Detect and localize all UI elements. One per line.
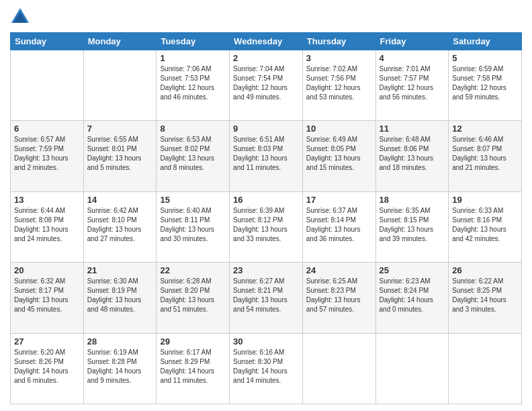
- day-number: 8: [160, 124, 226, 134]
- day-info: Sunrise: 6:57 AMSunset: 7:59 PMDaylight:…: [14, 135, 80, 173]
- day-cell: 18Sunrise: 6:35 AMSunset: 8:15 PMDayligh…: [375, 191, 449, 262]
- day-number: 18: [380, 195, 445, 205]
- day-info: Sunrise: 6:49 AMSunset: 8:05 PMDaylight:…: [306, 135, 372, 173]
- day-cell: [83, 50, 157, 121]
- week-row-2: 6Sunrise: 6:57 AMSunset: 7:59 PMDaylight…: [11, 121, 522, 191]
- calendar: SundayMondayTuesdayWednesdayThursdayFrid…: [10, 32, 522, 404]
- day-number: 10: [306, 124, 372, 134]
- day-cell: 13Sunrise: 6:44 AMSunset: 8:08 PMDayligh…: [11, 191, 84, 262]
- day-number: 23: [233, 265, 299, 275]
- day-cell: 5Sunrise: 6:59 AMSunset: 7:58 PMDaylight…: [449, 50, 522, 121]
- day-number: 20: [14, 265, 80, 275]
- day-cell: [11, 50, 84, 121]
- day-info: Sunrise: 6:23 AMSunset: 8:24 PMDaylight:…: [380, 277, 445, 314]
- page: SundayMondayTuesdayWednesdayThursdayFrid…: [0, 0, 532, 411]
- day-cell: 4Sunrise: 7:01 AMSunset: 7:57 PMDaylight…: [375, 50, 449, 121]
- day-number: 12: [452, 124, 518, 134]
- day-number: 6: [14, 124, 80, 134]
- day-info: Sunrise: 6:37 AMSunset: 8:14 PMDaylight:…: [306, 206, 372, 244]
- day-number: 30: [233, 336, 299, 347]
- day-cell: 8Sunrise: 6:53 AMSunset: 8:02 PMDaylight…: [157, 121, 230, 191]
- day-info: Sunrise: 7:02 AMSunset: 7:56 PMDaylight:…: [306, 64, 372, 102]
- day-info: Sunrise: 6:33 AMSunset: 8:16 PMDaylight:…: [452, 206, 518, 244]
- day-number: 13: [14, 195, 80, 205]
- day-number: 28: [87, 336, 153, 347]
- week-row-4: 20Sunrise: 6:32 AMSunset: 8:17 PMDayligh…: [11, 263, 522, 333]
- day-number: 26: [452, 265, 518, 275]
- day-info: Sunrise: 6:28 AMSunset: 8:20 PMDaylight:…: [160, 277, 226, 314]
- day-info: Sunrise: 6:27 AMSunset: 8:21 PMDaylight:…: [233, 277, 299, 314]
- day-info: Sunrise: 6:32 AMSunset: 8:17 PMDaylight:…: [14, 277, 80, 314]
- logo-icon: [10, 7, 30, 27]
- day-info: Sunrise: 6:35 AMSunset: 8:15 PMDaylight:…: [380, 206, 445, 244]
- day-cell: 27Sunrise: 6:20 AMSunset: 8:26 PMDayligh…: [11, 333, 84, 404]
- day-number: 15: [160, 195, 226, 205]
- day-info: Sunrise: 6:48 AMSunset: 8:06 PMDaylight:…: [380, 135, 445, 173]
- weekday-header-friday: Friday: [375, 33, 449, 50]
- day-number: 24: [306, 265, 372, 275]
- day-number: 2: [233, 53, 299, 63]
- day-info: Sunrise: 6:20 AMSunset: 8:26 PMDaylight:…: [14, 348, 80, 385]
- day-cell: [375, 333, 449, 404]
- day-number: 9: [233, 124, 299, 134]
- day-info: Sunrise: 6:46 AMSunset: 8:07 PMDaylight:…: [452, 135, 518, 173]
- day-info: Sunrise: 6:19 AMSunset: 8:28 PMDaylight:…: [87, 348, 153, 385]
- day-number: 14: [87, 195, 153, 205]
- day-info: Sunrise: 6:22 AMSunset: 8:25 PMDaylight:…: [452, 277, 518, 314]
- week-row-1: 1Sunrise: 7:06 AMSunset: 7:53 PMDaylight…: [11, 50, 522, 121]
- day-number: 29: [160, 336, 226, 347]
- day-number: 25: [380, 265, 445, 275]
- day-cell: 11Sunrise: 6:48 AMSunset: 8:06 PMDayligh…: [375, 121, 449, 191]
- weekday-header-monday: Monday: [83, 33, 157, 50]
- day-cell: [302, 333, 375, 404]
- day-info: Sunrise: 6:51 AMSunset: 8:03 PMDaylight:…: [233, 135, 299, 173]
- day-number: 11: [380, 124, 445, 134]
- day-number: 17: [306, 195, 372, 205]
- day-info: Sunrise: 6:42 AMSunset: 8:10 PMDaylight:…: [87, 206, 153, 244]
- day-number: 5: [452, 53, 518, 63]
- weekday-header-sunday: Sunday: [11, 33, 84, 50]
- day-info: Sunrise: 6:17 AMSunset: 8:29 PMDaylight:…: [160, 348, 226, 385]
- weekday-header-row: SundayMondayTuesdayWednesdayThursdayFrid…: [11, 33, 522, 50]
- day-info: Sunrise: 6:53 AMSunset: 8:02 PMDaylight:…: [160, 135, 226, 173]
- day-info: Sunrise: 6:25 AMSunset: 8:23 PMDaylight:…: [306, 277, 372, 314]
- day-number: 16: [233, 195, 299, 205]
- weekday-header-saturday: Saturday: [449, 33, 522, 50]
- day-info: Sunrise: 6:30 AMSunset: 8:19 PMDaylight:…: [87, 277, 153, 314]
- day-cell: 10Sunrise: 6:49 AMSunset: 8:05 PMDayligh…: [302, 121, 375, 191]
- day-number: 19: [452, 195, 518, 205]
- day-cell: 30Sunrise: 6:16 AMSunset: 8:30 PMDayligh…: [230, 333, 303, 404]
- day-info: Sunrise: 6:40 AMSunset: 8:11 PMDaylight:…: [160, 206, 226, 244]
- day-cell: 15Sunrise: 6:40 AMSunset: 8:11 PMDayligh…: [157, 191, 230, 262]
- day-number: 27: [14, 336, 80, 347]
- weekday-header-tuesday: Tuesday: [157, 33, 230, 50]
- day-cell: 22Sunrise: 6:28 AMSunset: 8:20 PMDayligh…: [157, 263, 230, 333]
- weekday-header-thursday: Thursday: [302, 33, 375, 50]
- day-cell: 21Sunrise: 6:30 AMSunset: 8:19 PMDayligh…: [83, 263, 157, 333]
- week-row-3: 13Sunrise: 6:44 AMSunset: 8:08 PMDayligh…: [11, 191, 522, 262]
- day-cell: 20Sunrise: 6:32 AMSunset: 8:17 PMDayligh…: [11, 263, 84, 333]
- day-info: Sunrise: 6:59 AMSunset: 7:58 PMDaylight:…: [452, 64, 518, 102]
- header: [10, 7, 522, 27]
- day-cell: 26Sunrise: 6:22 AMSunset: 8:25 PMDayligh…: [449, 263, 522, 333]
- day-cell: 1Sunrise: 7:06 AMSunset: 7:53 PMDaylight…: [157, 50, 230, 121]
- day-info: Sunrise: 7:01 AMSunset: 7:57 PMDaylight:…: [380, 64, 445, 102]
- day-info: Sunrise: 7:06 AMSunset: 7:53 PMDaylight:…: [160, 64, 226, 102]
- day-number: 22: [160, 265, 226, 275]
- day-number: 7: [87, 124, 153, 134]
- day-cell: 17Sunrise: 6:37 AMSunset: 8:14 PMDayligh…: [302, 191, 375, 262]
- day-cell: 16Sunrise: 6:39 AMSunset: 8:12 PMDayligh…: [230, 191, 303, 262]
- day-cell: 6Sunrise: 6:57 AMSunset: 7:59 PMDaylight…: [11, 121, 84, 191]
- day-cell: [449, 333, 522, 404]
- day-info: Sunrise: 6:55 AMSunset: 8:01 PMDaylight:…: [87, 135, 153, 173]
- day-cell: 2Sunrise: 7:04 AMSunset: 7:54 PMDaylight…: [230, 50, 303, 121]
- day-cell: 29Sunrise: 6:17 AMSunset: 8:29 PMDayligh…: [157, 333, 230, 404]
- day-cell: 25Sunrise: 6:23 AMSunset: 8:24 PMDayligh…: [375, 263, 449, 333]
- week-row-5: 27Sunrise: 6:20 AMSunset: 8:26 PMDayligh…: [11, 333, 522, 404]
- day-cell: 28Sunrise: 6:19 AMSunset: 8:28 PMDayligh…: [83, 333, 157, 404]
- day-info: Sunrise: 6:44 AMSunset: 8:08 PMDaylight:…: [14, 206, 80, 244]
- day-cell: 14Sunrise: 6:42 AMSunset: 8:10 PMDayligh…: [83, 191, 157, 262]
- day-cell: 19Sunrise: 6:33 AMSunset: 8:16 PMDayligh…: [449, 191, 522, 262]
- day-cell: 12Sunrise: 6:46 AMSunset: 8:07 PMDayligh…: [449, 121, 522, 191]
- day-cell: 7Sunrise: 6:55 AMSunset: 8:01 PMDaylight…: [83, 121, 157, 191]
